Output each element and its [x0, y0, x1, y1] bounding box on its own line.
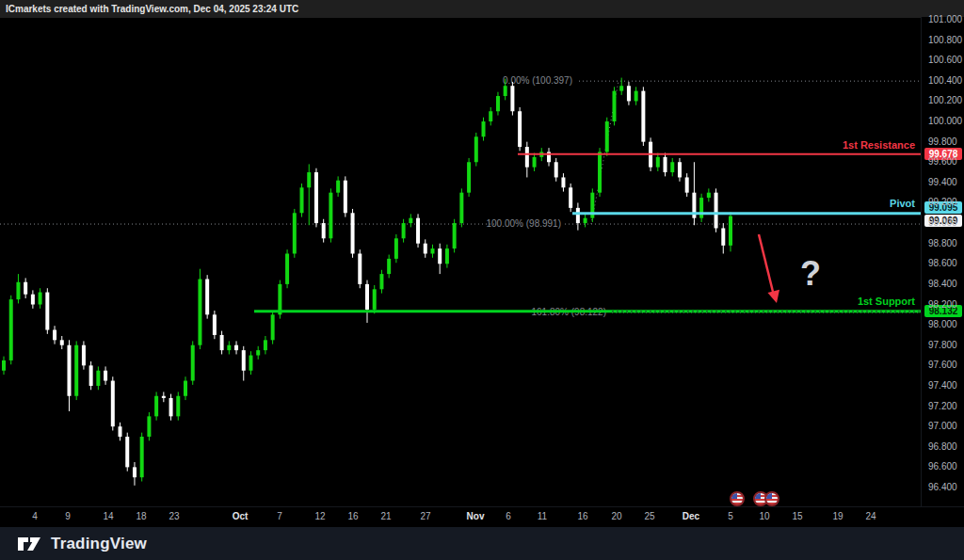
price-tick: 100.400 [928, 75, 962, 86]
price-tick: 97.600 [928, 360, 957, 370]
flag-canton [755, 493, 761, 499]
us-flag-event-icon[interactable] [764, 491, 779, 506]
price-tick: 101.000 [928, 14, 962, 24]
tradingview-brand-text[interactable]: TradingView [51, 535, 147, 553]
price-tick: 98.800 [928, 238, 957, 248]
day-tick: 21 [380, 511, 391, 521]
price-tick: 100.600 [928, 55, 962, 65]
day-tick: 6 [506, 511, 511, 521]
day-tick: 24 [865, 511, 876, 521]
day-tick: 18 [136, 511, 146, 521]
tradingview-logo-icon[interactable] [17, 535, 42, 553]
price-tick: 96.800 [928, 441, 957, 452]
candles [2, 78, 732, 486]
price-tick: 97.800 [928, 340, 957, 350]
price-tick: 98.600 [928, 258, 957, 268]
day-tick: 16 [347, 511, 358, 521]
chart-plot-area[interactable]: 0.00% (100.397)100.00% (98.991)161.80% (… [0, 17, 921, 506]
price-tick: 98.000 [928, 319, 957, 329]
price-tick: 99.200 [928, 197, 957, 207]
day-tick: 7 [277, 511, 282, 521]
price-tick: 96.600 [928, 461, 957, 472]
support-label: 1st Support [858, 296, 915, 307]
price-axis[interactable]: 99.678 99.095 99.069 98.132 101.000100.8… [921, 17, 964, 506]
flag-canton [766, 493, 772, 499]
price-tick: 100.200 [928, 95, 962, 105]
price-tick: 97.400 [928, 380, 957, 391]
trading-chart-app: ICmarkets created with TradingView.com, … [0, 0, 964, 560]
price-tick: 98.400 [928, 279, 957, 289]
day-tick: 11 [538, 511, 547, 521]
day-tick: 16 [577, 511, 587, 521]
day-tick: 12 [314, 511, 325, 521]
price-tick: 99.400 [928, 177, 957, 187]
day-tick: 27 [420, 511, 430, 521]
day-tick: 15 [792, 511, 802, 521]
candlestick-chart[interactable]: 0.00% (100.397)100.00% (98.991)161.80% (… [0, 17, 921, 506]
price-tick: 99.000 [928, 217, 957, 228]
price-tick: 97.200 [928, 401, 957, 411]
time-axis[interactable]: 49141823Oct712162127Nov611162025Dec51015… [0, 506, 964, 527]
fib-label: 100.00% (98.991) [486, 218, 561, 229]
attribution-text: ICmarkets created with TradingView.com, … [6, 4, 298, 14]
price-tick: 100.000 [928, 116, 962, 126]
chart-attribution-bar: ICmarkets created with TradingView.com, … [0, 0, 964, 18]
day-tick: 9 [65, 511, 71, 521]
fib-label: 0.00% (100.397) [503, 75, 572, 86]
us-flag-event-icon[interactable] [730, 491, 745, 506]
month-tick: Oct [233, 511, 249, 521]
footer-bar: TradingView [0, 527, 964, 560]
price-tick: 98.200 [928, 299, 957, 310]
resistance-label: 1st Resistance [843, 139, 915, 151]
month-tick: Nov [467, 511, 485, 521]
day-tick: 14 [103, 511, 113, 521]
day-tick: 19 [832, 511, 843, 521]
price-tick: 99.800 [928, 136, 957, 147]
day-tick: 10 [759, 511, 769, 521]
day-tick: 25 [644, 511, 654, 521]
projection-annotation[interactable]: ? [759, 234, 821, 303]
month-tick: Dec [683, 511, 699, 521]
flag-canton [731, 493, 737, 499]
price-tick: 96.400 [928, 482, 957, 492]
price-tick: 99.600 [928, 156, 957, 167]
day-tick: 4 [32, 511, 38, 521]
pivot-label: Pivot [890, 198, 915, 209]
price-tick: 100.800 [928, 35, 962, 45]
day-tick: 20 [611, 511, 621, 521]
day-tick: 23 [169, 511, 179, 521]
day-tick: 5 [728, 511, 733, 521]
price-tick: 97.000 [928, 421, 957, 431]
question-mark-annotation: ? [800, 254, 821, 293]
